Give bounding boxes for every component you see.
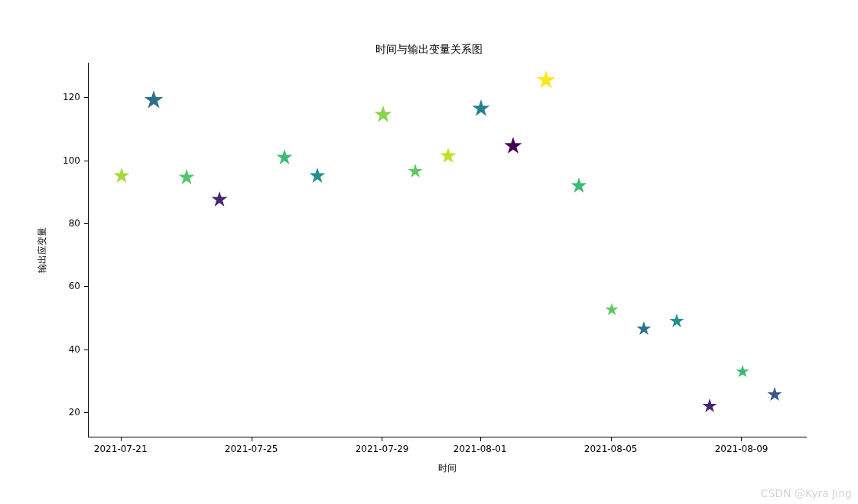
scatter-point	[736, 365, 749, 382]
scatter-point	[536, 70, 556, 93]
x-axis-label: 时间	[88, 462, 807, 475]
plot-area	[88, 63, 807, 437]
y-tick-label: 20	[69, 407, 80, 418]
svg-marker-8	[440, 148, 457, 163]
svg-marker-4	[277, 149, 293, 164]
scatter-point	[211, 191, 228, 211]
chart-axes: 2021-07-212021-07-252021-07-292021-08-01…	[88, 63, 807, 437]
scatter-point	[309, 167, 326, 187]
scatter-point	[178, 169, 195, 189]
svg-marker-10	[505, 137, 522, 154]
chart-title: 时间与输出变量关系图	[0, 43, 858, 57]
scatter-point	[472, 99, 490, 121]
x-tick-label: 2021-07-21	[94, 444, 148, 454]
y-axis-label: 输出应变量	[36, 227, 49, 273]
scatter-point	[144, 90, 164, 113]
x-tick-label: 2021-07-29	[356, 444, 409, 454]
chart-figure: 时间与输出变量关系图 2021-07-212021-07-252021-07-2…	[0, 0, 858, 504]
x-tick-label: 2021-08-09	[715, 444, 769, 454]
svg-marker-18	[768, 387, 782, 401]
svg-marker-15	[670, 314, 684, 327]
svg-marker-5	[310, 167, 326, 183]
svg-marker-2	[179, 169, 195, 184]
svg-marker-11	[537, 70, 556, 89]
scatter-point	[374, 106, 392, 127]
x-tick-label: 2021-08-05	[584, 444, 638, 454]
svg-marker-16	[702, 398, 717, 412]
svg-marker-7	[408, 164, 423, 177]
svg-marker-13	[605, 303, 618, 315]
scatter-point	[276, 149, 293, 169]
scatter-point	[605, 303, 619, 320]
x-tick-label: 2021-08-01	[453, 444, 507, 454]
scatter-point	[113, 167, 130, 187]
svg-marker-6	[374, 106, 392, 122]
watermark-text: CSDN @Kyra Jing	[761, 487, 852, 499]
scatter-point	[440, 148, 457, 167]
svg-marker-17	[736, 365, 749, 377]
svg-marker-14	[637, 321, 652, 335]
y-tick-label: 40	[69, 344, 80, 355]
scatter-point	[702, 398, 717, 417]
svg-marker-12	[570, 177, 587, 193]
scatter-point	[669, 314, 684, 332]
svg-marker-1	[145, 90, 164, 109]
y-tick-label: 80	[69, 218, 80, 229]
scatter-point	[636, 321, 652, 340]
svg-marker-3	[211, 191, 227, 206]
y-tick-label: 120	[63, 92, 80, 102]
svg-marker-0	[113, 167, 129, 183]
scatter-point	[408, 164, 423, 182]
scatter-point	[570, 177, 587, 197]
scatter-point	[504, 137, 522, 158]
scatter-point	[767, 387, 782, 405]
y-tick-label: 60	[69, 281, 80, 291]
y-tick-label: 100	[63, 155, 80, 166]
x-tick-label: 2021-07-25	[225, 444, 278, 454]
svg-marker-9	[472, 99, 489, 116]
